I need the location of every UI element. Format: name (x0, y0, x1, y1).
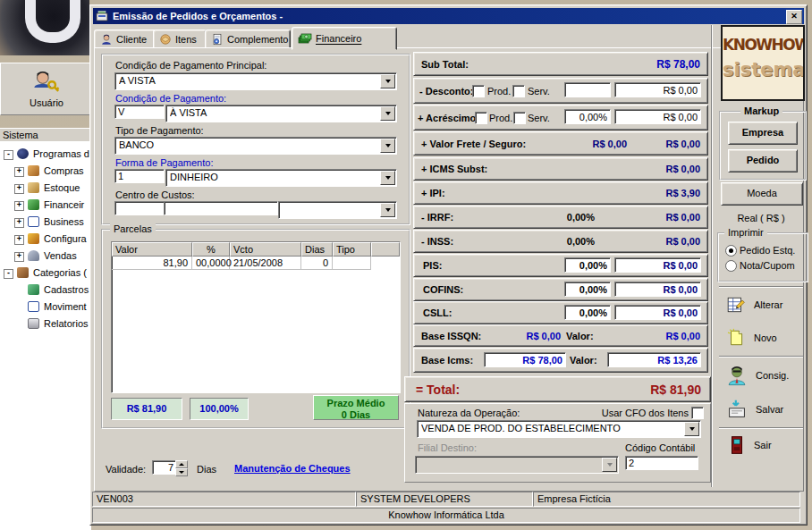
spin-up-icon[interactable] (175, 460, 188, 468)
dropdown-button[interactable] (380, 139, 395, 153)
tab-complemento[interactable]: Complemento (205, 29, 291, 49)
expand-icon[interactable]: + (14, 252, 24, 262)
col-header-tipo[interactable]: Tipo (333, 242, 371, 257)
cell-valor[interactable]: 81,90 (112, 257, 192, 270)
centro-custos-desc-field[interactable] (164, 201, 278, 215)
base-icms-base-input[interactable] (484, 352, 566, 367)
tipo-pagamento-label: Tipo de Pagamento: (115, 125, 204, 136)
cofins-value-input[interactable] (614, 282, 701, 297)
tree-item-moviment[interactable]: Moviment (0, 299, 91, 315)
tree-item-business[interactable]: + Business (0, 215, 91, 231)
tree-item-configura[interactable]: + Configura (0, 231, 91, 248)
dropdown-button[interactable] (380, 171, 395, 185)
usar-cfo-checkbox[interactable] (691, 407, 704, 419)
expand-icon[interactable]: + (14, 218, 24, 228)
tab-financeiro[interactable]: Financeiro (292, 27, 397, 50)
centro-custos-combo[interactable] (278, 201, 397, 219)
moeda-button[interactable]: Moeda (721, 182, 803, 206)
sair-button[interactable]: Sair (728, 433, 803, 457)
desconto-pct-input[interactable] (564, 82, 611, 97)
radio-nota-cupom-label[interactable]: Nota/Cupom (740, 260, 795, 271)
csll-row: CSLL: (413, 301, 708, 324)
total-label: = Total: (416, 383, 460, 397)
desconto-prod-checkbox[interactable] (472, 85, 485, 97)
alterar-button[interactable]: Alterar (726, 292, 803, 317)
close-button[interactable]: ✕ (786, 10, 802, 24)
cell-pct[interactable]: 00,0000 (192, 257, 230, 270)
centro-custos-code-field[interactable] (114, 201, 165, 215)
pis-value-input[interactable] (614, 257, 701, 273)
empresa-button[interactable]: Empresa (728, 122, 798, 145)
validade-spinner[interactable] (175, 460, 188, 476)
acrescimo-prod-checkbox[interactable] (475, 112, 487, 124)
tree-item-relatorios[interactable]: Relatorios (0, 316, 91, 332)
forma-code-field[interactable] (114, 169, 165, 183)
cofins-pct-input[interactable] (564, 282, 611, 297)
codigo-contabil-field[interactable] (625, 456, 698, 470)
tree-item-estoque[interactable]: + Estoque (0, 181, 91, 197)
radio-pedido-estq[interactable] (725, 245, 737, 257)
col-header-dias[interactable]: Dias (301, 242, 333, 257)
desconto-value-input[interactable] (614, 82, 701, 97)
salvar-button[interactable]: Salvar (726, 396, 803, 423)
pedido-button[interactable]: Pedido (728, 149, 798, 172)
csll-value-input[interactable] (614, 305, 701, 320)
desconto-serv-checkbox[interactable] (512, 85, 525, 97)
tab-cliente[interactable]: Cliente (94, 29, 156, 49)
acrescimo-pct-input[interactable] (564, 109, 611, 124)
natureza-combo[interactable]: VENDA DE PROD. DO ESTABELECIMENTO (417, 420, 701, 438)
col-header-pct[interactable]: % (192, 242, 230, 257)
dropdown-button[interactable] (602, 458, 617, 472)
expand-icon[interactable]: + (14, 167, 24, 177)
parcelas-grid: Valor % Vcto Dias Tipo 81,90 00,0000 21/… (111, 241, 401, 393)
tree-item-vendas[interactable]: + Vendas (0, 248, 91, 265)
title-bar[interactable]: Emissão de Pedidos e Orçamentos - ✕ (93, 8, 804, 24)
status-cell-code: VEN003 (92, 492, 356, 507)
acrescimo-serv-checkbox[interactable] (513, 112, 526, 124)
tree-item-compras[interactable]: + Compras (0, 164, 91, 180)
tree-item-categorias[interactable]: - Categorias ( (0, 265, 91, 282)
dropdown-button[interactable] (380, 203, 395, 217)
spin-down-icon[interactable] (175, 468, 188, 476)
tree-item-financeiro[interactable]: + Financeir (0, 198, 91, 214)
natureza-panel: Natureza da Operação: Usar CFO dos Itens… (404, 403, 711, 483)
radio-pedido-estq-label[interactable]: Pedido Estq. (740, 245, 795, 256)
dropdown-button[interactable] (380, 106, 395, 121)
dropdown-button[interactable] (684, 422, 699, 436)
forma-pagamento-combo[interactable]: DINHEIRO (165, 169, 397, 187)
expand-icon[interactable]: + (14, 235, 24, 245)
usuario-panel[interactable]: Usuário (0, 63, 93, 115)
radio-nota-cupom[interactable] (725, 260, 737, 272)
cell-vcto[interactable]: 21/05/2008 (230, 257, 301, 270)
manutencao-cheques-link[interactable]: Manutenção de Cheques (234, 463, 351, 474)
col-header-vcto[interactable]: Vcto (230, 242, 301, 257)
tipo-pagamento-combo[interactable]: BANCO (114, 137, 397, 155)
cond-principal-combo[interactable]: A VISTA (114, 72, 397, 90)
cond-pagamento-label: Condição de Pagamento: (115, 93, 226, 104)
tree-label: Financeir (44, 199, 84, 210)
base-issqn-valor-label: Valor: (566, 331, 594, 341)
tab-itens[interactable]: Itens (153, 29, 207, 49)
tree-item-cadastros[interactable]: Cadastros (0, 282, 91, 299)
desconto-label: - Desconto: (419, 86, 474, 97)
expand-icon[interactable]: + (14, 184, 24, 194)
pis-pct-input[interactable] (564, 257, 611, 273)
consig-button[interactable]: Consig. (726, 361, 803, 390)
tree-item-programas[interactable]: - Programas do (0, 147, 91, 163)
validade-field[interactable] (152, 460, 177, 475)
base-icms-valor-input[interactable] (607, 352, 701, 367)
expand-icon[interactable]: + (14, 201, 24, 211)
collapse-icon[interactable]: - (4, 150, 13, 160)
csll-pct-input[interactable] (564, 305, 611, 320)
col-header-valor[interactable]: Valor (112, 242, 192, 257)
acrescimo-value-input[interactable] (614, 109, 701, 124)
cell-dias[interactable]: 0 (301, 257, 333, 270)
collapse-icon[interactable]: - (4, 269, 13, 279)
cond-code-field[interactable] (114, 105, 165, 119)
table-row[interactable]: 81,90 00,0000 21/05/2008 0 (112, 257, 400, 270)
cell-tipo[interactable] (333, 257, 371, 270)
filial-destino-combo[interactable] (415, 456, 619, 474)
dropdown-button[interactable] (380, 74, 395, 88)
novo-button[interactable]: Novo (726, 325, 803, 350)
cond-pagamento-combo[interactable]: À VISTA (165, 105, 397, 122)
